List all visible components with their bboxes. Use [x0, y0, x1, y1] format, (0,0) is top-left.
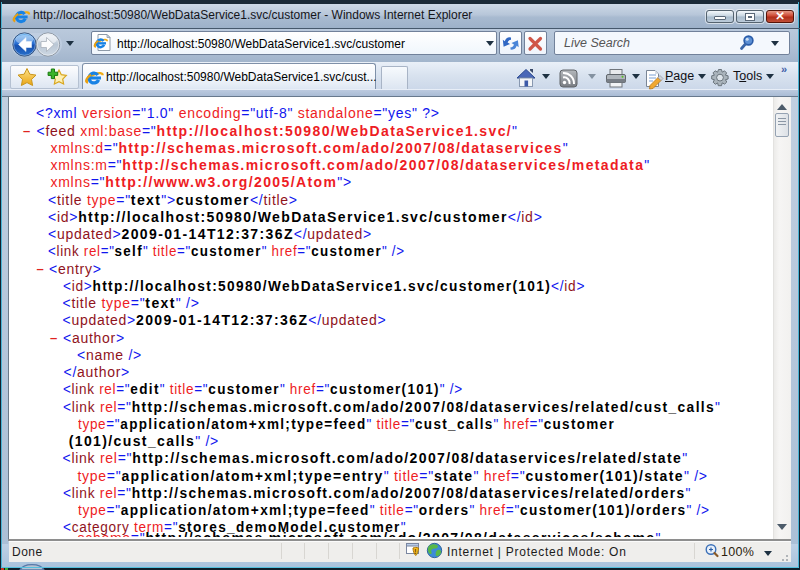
svg-text:!: ! — [414, 548, 416, 555]
